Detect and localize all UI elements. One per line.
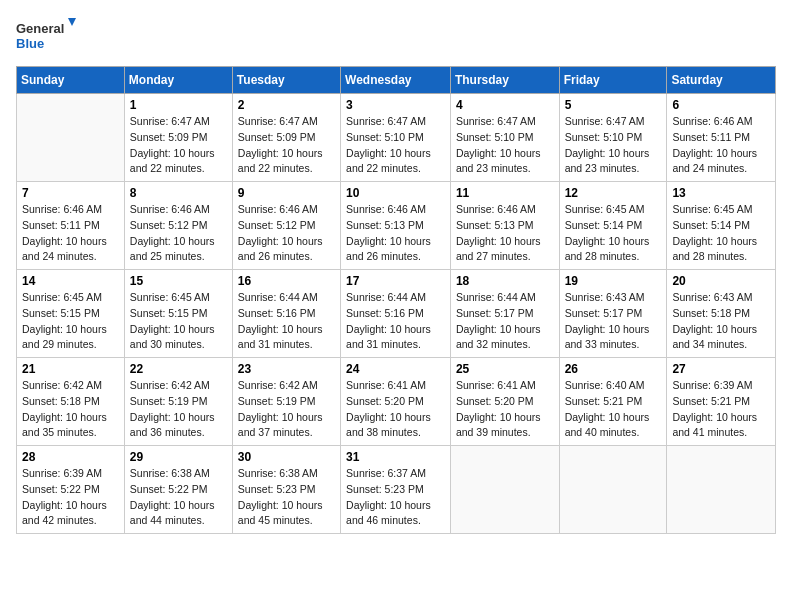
calendar-day-cell: 23Sunrise: 6:42 AMSunset: 5:19 PMDayligh… [232,358,340,446]
day-number: 7 [22,186,119,200]
calendar-day-cell: 15Sunrise: 6:45 AMSunset: 5:15 PMDayligh… [124,270,232,358]
day-info: Sunrise: 6:44 AMSunset: 5:17 PMDaylight:… [456,290,554,353]
day-number: 29 [130,450,227,464]
calendar-day-cell: 4Sunrise: 6:47 AMSunset: 5:10 PMDaylight… [450,94,559,182]
page-header: General Blue [16,16,776,56]
day-number: 27 [672,362,770,376]
day-info: Sunrise: 6:44 AMSunset: 5:16 PMDaylight:… [346,290,445,353]
calendar-day-cell: 11Sunrise: 6:46 AMSunset: 5:13 PMDayligh… [450,182,559,270]
day-info: Sunrise: 6:38 AMSunset: 5:22 PMDaylight:… [130,466,227,529]
day-number: 20 [672,274,770,288]
calendar-day-cell: 19Sunrise: 6:43 AMSunset: 5:17 PMDayligh… [559,270,667,358]
day-number: 23 [238,362,335,376]
day-number: 25 [456,362,554,376]
day-info: Sunrise: 6:46 AMSunset: 5:12 PMDaylight:… [130,202,227,265]
calendar-day-cell: 20Sunrise: 6:43 AMSunset: 5:18 PMDayligh… [667,270,776,358]
day-number: 21 [22,362,119,376]
calendar-day-cell [667,446,776,534]
day-number: 9 [238,186,335,200]
day-info: Sunrise: 6:42 AMSunset: 5:19 PMDaylight:… [130,378,227,441]
day-number: 14 [22,274,119,288]
day-of-week-header: Monday [124,67,232,94]
day-info: Sunrise: 6:45 AMSunset: 5:15 PMDaylight:… [130,290,227,353]
day-info: Sunrise: 6:43 AMSunset: 5:18 PMDaylight:… [672,290,770,353]
calendar-week-row: 21Sunrise: 6:42 AMSunset: 5:18 PMDayligh… [17,358,776,446]
calendar-day-cell: 25Sunrise: 6:41 AMSunset: 5:20 PMDayligh… [450,358,559,446]
day-number: 4 [456,98,554,112]
day-info: Sunrise: 6:37 AMSunset: 5:23 PMDaylight:… [346,466,445,529]
day-info: Sunrise: 6:41 AMSunset: 5:20 PMDaylight:… [456,378,554,441]
day-info: Sunrise: 6:39 AMSunset: 5:21 PMDaylight:… [672,378,770,441]
day-number: 1 [130,98,227,112]
day-info: Sunrise: 6:45 AMSunset: 5:15 PMDaylight:… [22,290,119,353]
calendar-day-cell: 31Sunrise: 6:37 AMSunset: 5:23 PMDayligh… [341,446,451,534]
day-number: 12 [565,186,662,200]
day-number: 3 [346,98,445,112]
day-of-week-header: Tuesday [232,67,340,94]
day-number: 16 [238,274,335,288]
day-info: Sunrise: 6:42 AMSunset: 5:19 PMDaylight:… [238,378,335,441]
day-info: Sunrise: 6:40 AMSunset: 5:21 PMDaylight:… [565,378,662,441]
calendar-day-cell: 17Sunrise: 6:44 AMSunset: 5:16 PMDayligh… [341,270,451,358]
day-info: Sunrise: 6:46 AMSunset: 5:11 PMDaylight:… [672,114,770,177]
calendar-day-cell: 2Sunrise: 6:47 AMSunset: 5:09 PMDaylight… [232,94,340,182]
calendar-day-cell [17,94,125,182]
day-number: 17 [346,274,445,288]
day-info: Sunrise: 6:47 AMSunset: 5:10 PMDaylight:… [456,114,554,177]
day-number: 5 [565,98,662,112]
day-number: 6 [672,98,770,112]
day-number: 8 [130,186,227,200]
day-info: Sunrise: 6:47 AMSunset: 5:10 PMDaylight:… [565,114,662,177]
calendar-day-cell: 3Sunrise: 6:47 AMSunset: 5:10 PMDaylight… [341,94,451,182]
day-number: 18 [456,274,554,288]
day-number: 22 [130,362,227,376]
day-info: Sunrise: 6:47 AMSunset: 5:09 PMDaylight:… [130,114,227,177]
day-info: Sunrise: 6:47 AMSunset: 5:09 PMDaylight:… [238,114,335,177]
calendar-day-cell [450,446,559,534]
calendar-day-cell: 14Sunrise: 6:45 AMSunset: 5:15 PMDayligh… [17,270,125,358]
day-of-week-header: Thursday [450,67,559,94]
calendar-day-cell: 24Sunrise: 6:41 AMSunset: 5:20 PMDayligh… [341,358,451,446]
day-info: Sunrise: 6:45 AMSunset: 5:14 PMDaylight:… [672,202,770,265]
logo-svg: General Blue [16,16,76,56]
days-of-week-row: SundayMondayTuesdayWednesdayThursdayFrid… [17,67,776,94]
day-number: 2 [238,98,335,112]
calendar-table: SundayMondayTuesdayWednesdayThursdayFrid… [16,66,776,534]
calendar-day-cell: 26Sunrise: 6:40 AMSunset: 5:21 PMDayligh… [559,358,667,446]
day-info: Sunrise: 6:42 AMSunset: 5:18 PMDaylight:… [22,378,119,441]
day-info: Sunrise: 6:46 AMSunset: 5:13 PMDaylight:… [346,202,445,265]
day-info: Sunrise: 6:38 AMSunset: 5:23 PMDaylight:… [238,466,335,529]
calendar-week-row: 28Sunrise: 6:39 AMSunset: 5:22 PMDayligh… [17,446,776,534]
calendar-day-cell: 5Sunrise: 6:47 AMSunset: 5:10 PMDaylight… [559,94,667,182]
day-number: 15 [130,274,227,288]
calendar-week-row: 14Sunrise: 6:45 AMSunset: 5:15 PMDayligh… [17,270,776,358]
day-info: Sunrise: 6:39 AMSunset: 5:22 PMDaylight:… [22,466,119,529]
day-number: 24 [346,362,445,376]
calendar-day-cell: 27Sunrise: 6:39 AMSunset: 5:21 PMDayligh… [667,358,776,446]
day-number: 11 [456,186,554,200]
day-number: 26 [565,362,662,376]
calendar-day-cell: 1Sunrise: 6:47 AMSunset: 5:09 PMDaylight… [124,94,232,182]
calendar-day-cell [559,446,667,534]
day-number: 30 [238,450,335,464]
calendar-day-cell: 21Sunrise: 6:42 AMSunset: 5:18 PMDayligh… [17,358,125,446]
day-info: Sunrise: 6:45 AMSunset: 5:14 PMDaylight:… [565,202,662,265]
logo: General Blue [16,16,76,56]
day-info: Sunrise: 6:46 AMSunset: 5:11 PMDaylight:… [22,202,119,265]
calendar-week-row: 1Sunrise: 6:47 AMSunset: 5:09 PMDaylight… [17,94,776,182]
day-info: Sunrise: 6:47 AMSunset: 5:10 PMDaylight:… [346,114,445,177]
svg-text:Blue: Blue [16,36,44,51]
calendar-day-cell: 28Sunrise: 6:39 AMSunset: 5:22 PMDayligh… [17,446,125,534]
calendar-day-cell: 7Sunrise: 6:46 AMSunset: 5:11 PMDaylight… [17,182,125,270]
calendar-day-cell: 6Sunrise: 6:46 AMSunset: 5:11 PMDaylight… [667,94,776,182]
calendar-day-cell: 18Sunrise: 6:44 AMSunset: 5:17 PMDayligh… [450,270,559,358]
calendar-day-cell: 22Sunrise: 6:42 AMSunset: 5:19 PMDayligh… [124,358,232,446]
calendar-day-cell: 16Sunrise: 6:44 AMSunset: 5:16 PMDayligh… [232,270,340,358]
calendar-day-cell: 13Sunrise: 6:45 AMSunset: 5:14 PMDayligh… [667,182,776,270]
calendar-body: 1Sunrise: 6:47 AMSunset: 5:09 PMDaylight… [17,94,776,534]
day-of-week-header: Saturday [667,67,776,94]
day-info: Sunrise: 6:41 AMSunset: 5:20 PMDaylight:… [346,378,445,441]
svg-marker-2 [68,18,76,26]
day-of-week-header: Sunday [17,67,125,94]
svg-text:General: General [16,21,64,36]
